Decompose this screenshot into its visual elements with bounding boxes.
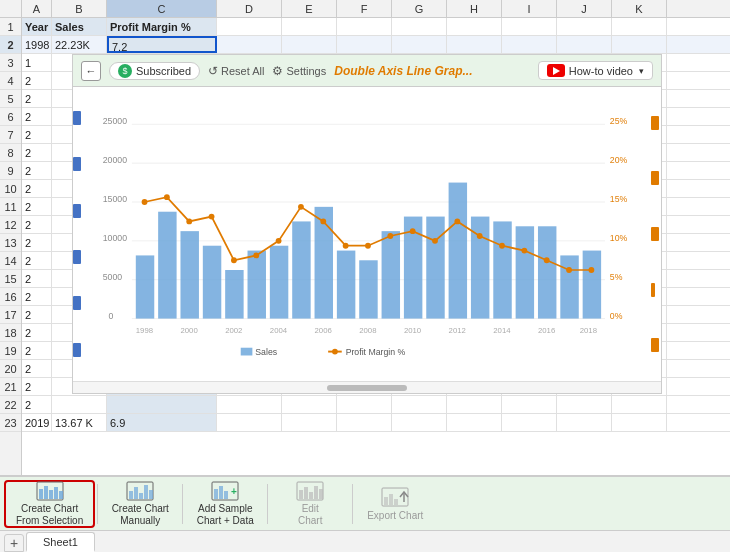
cell-c2[interactable]: 7.2 (107, 36, 217, 53)
svg-rect-31 (426, 217, 444, 319)
row-num-17[interactable]: 17 (0, 306, 21, 324)
row-num-16[interactable]: 16 (0, 288, 21, 306)
cell-e2[interactable] (282, 36, 337, 53)
edit-chart-button[interactable]: Edit Chart (270, 480, 350, 528)
col-header-k[interactable]: K (612, 0, 667, 17)
subscribed-badge[interactable]: $ Subscribed (109, 62, 200, 80)
col-header-g[interactable]: G (392, 0, 447, 17)
col-header-i[interactable]: I (502, 0, 557, 17)
col-header-h[interactable]: H (447, 0, 502, 17)
row-num-12[interactable]: 12 (0, 216, 21, 234)
add-sample-button[interactable]: + Add Sample Chart + Data (185, 480, 265, 528)
col-header-c[interactable]: C (107, 0, 217, 17)
cell-j2[interactable] (557, 36, 612, 53)
col-header-b[interactable]: B (52, 0, 107, 17)
cell-f2[interactable] (337, 36, 392, 53)
row-num-21[interactable]: 21 (0, 378, 21, 396)
row-num-10[interactable]: 10 (0, 180, 21, 198)
row-num-9[interactable]: 9 (0, 162, 21, 180)
row-num-2[interactable]: 2 (0, 36, 21, 54)
col-header-d[interactable]: D (217, 0, 282, 17)
grid-row-1: Year Sales Profit Margin % (22, 18, 730, 36)
edit-chart-icon (296, 481, 324, 501)
cell-f1[interactable] (337, 18, 392, 35)
export-chart-button[interactable]: Export Chart (355, 480, 435, 528)
row-num-22[interactable]: 22 (0, 396, 21, 414)
svg-rect-25 (292, 221, 310, 318)
cell-g1[interactable] (392, 18, 447, 35)
create-from-selection-button[interactable]: Create Chart From Selection (4, 480, 95, 528)
svg-text:25000: 25000 (103, 116, 127, 126)
row-num-14[interactable]: 14 (0, 252, 21, 270)
cell-h1[interactable] (447, 18, 502, 35)
cell-k2[interactable] (612, 36, 667, 53)
cell-j1[interactable] (557, 18, 612, 35)
right-marker-2 (651, 171, 659, 185)
edit-chart-label: Edit Chart (298, 503, 322, 527)
cell-d2[interactable] (217, 36, 282, 53)
row-num-19[interactable]: 19 (0, 342, 21, 360)
row-num-5[interactable]: 5 (0, 90, 21, 108)
svg-text:15000: 15000 (103, 194, 127, 204)
svg-point-49 (365, 243, 371, 249)
cell-a23[interactable]: 2019 (22, 414, 52, 431)
cell-c23[interactable]: 6.9 (107, 414, 217, 431)
add-sheet-button[interactable]: + (4, 534, 24, 552)
col-header-j[interactable]: J (557, 0, 612, 17)
cell-k1[interactable] (612, 18, 667, 35)
svg-point-55 (499, 243, 505, 249)
row-num-3[interactable]: 3 (0, 54, 21, 72)
cell-i1[interactable] (502, 18, 557, 35)
right-marker-5 (651, 338, 659, 352)
row-num-1[interactable]: 1 (0, 18, 21, 36)
cell-b1[interactable]: Sales (52, 18, 107, 35)
cell-d1[interactable] (217, 18, 282, 35)
svg-rect-20 (180, 231, 198, 318)
svg-rect-77 (39, 489, 43, 499)
reset-label: Reset All (221, 65, 264, 77)
cell-h2[interactable] (447, 36, 502, 53)
cell-c1[interactable]: Profit Margin % (107, 18, 217, 35)
back-button[interactable]: ← (81, 61, 101, 81)
left-marker-5 (73, 296, 81, 310)
export-chart-label: Export Chart (367, 510, 423, 522)
row-num-8[interactable]: 8 (0, 144, 21, 162)
create-manually-button[interactable]: Create Chart Manually (100, 480, 180, 528)
cell-b2[interactable]: 22.23K (52, 36, 107, 53)
svg-point-43 (231, 257, 237, 263)
col-header-e[interactable]: E (282, 0, 337, 17)
svg-rect-23 (248, 251, 266, 319)
create-manually-icon (126, 481, 154, 501)
reset-button[interactable]: ↺ Reset All (208, 64, 264, 78)
cell-g2[interactable] (392, 36, 447, 53)
chart-scroll-bar[interactable] (73, 381, 661, 393)
row-num-20[interactable]: 20 (0, 360, 21, 378)
scroll-handle[interactable] (327, 385, 407, 391)
svg-rect-84 (134, 487, 138, 499)
row-num-15[interactable]: 15 (0, 270, 21, 288)
row-num-11[interactable]: 11 (0, 198, 21, 216)
cell-a1[interactable]: Year (22, 18, 52, 35)
row-num-18[interactable]: 18 (0, 324, 21, 342)
svg-rect-101 (389, 494, 393, 505)
svg-rect-80 (54, 487, 58, 499)
row-num-7[interactable]: 7 (0, 126, 21, 144)
col-header-f[interactable]: F (337, 0, 392, 17)
settings-button[interactable]: ⚙ Settings (272, 64, 326, 78)
howto-button[interactable]: How-to video ▾ (538, 61, 653, 80)
row-num-23[interactable]: 23 (0, 414, 21, 432)
row-num-13[interactable]: 13 (0, 234, 21, 252)
cell-i2[interactable] (502, 36, 557, 53)
left-marker-3 (73, 204, 81, 218)
col-header-a[interactable]: A (22, 0, 52, 17)
svg-rect-85 (139, 493, 143, 499)
create-from-selection-label: Create Chart From Selection (16, 503, 83, 527)
cell-b23[interactable]: 13.67 K (52, 414, 107, 431)
cell-a2[interactable]: 1998 (22, 36, 52, 53)
svg-text:Profit Margin %: Profit Margin % (346, 347, 406, 357)
row-num-6[interactable]: 6 (0, 108, 21, 126)
svg-point-54 (477, 233, 483, 239)
sheet-tab-sheet1[interactable]: Sheet1 (26, 532, 95, 552)
row-num-4[interactable]: 4 (0, 72, 21, 90)
cell-e1[interactable] (282, 18, 337, 35)
